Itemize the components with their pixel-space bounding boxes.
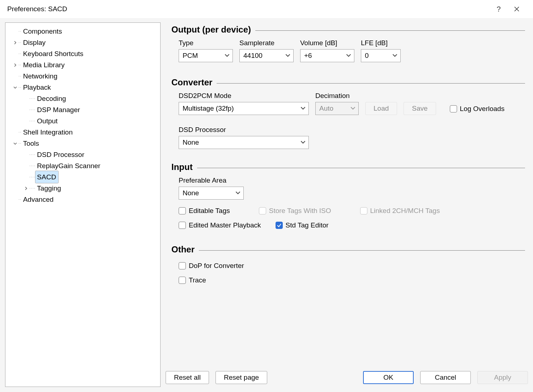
tree-item-label: DSP Manager (35, 104, 82, 116)
tree-item-dsp-manager[interactable]: ···· DSP Manager (8, 104, 160, 115)
label-type: Type (179, 39, 233, 47)
tree-item-label: Networking (22, 70, 60, 82)
tree-item-label: Advanced (22, 193, 56, 205)
tree-item-sacd[interactable]: ···· SACD (8, 171, 160, 183)
checkbox-edited-master-playback[interactable]: Edited Master Playback (179, 221, 261, 229)
combo-preferable-area[interactable]: None (179, 187, 244, 200)
tree-item-tagging[interactable]: ···· Tagging (8, 183, 160, 194)
chevron-down-icon (300, 105, 306, 112)
tree-item-keyboard-shortcuts[interactable]: ·· Keyboard Shortcuts (8, 48, 160, 59)
preferences-window: Preferences: SACD ? ·· Components·· Disp… (0, 0, 533, 392)
tree-item-replaygain-scanner[interactable]: ···· ReplayGain Scanner (8, 160, 160, 171)
chevron-down-icon (235, 189, 240, 197)
titlebar: Preferences: SACD ? (0, 0, 533, 18)
checkbox-std-tag-editor[interactable]: Std Tag Editor (276, 221, 329, 229)
combo-samplerate-value: 44100 (243, 52, 263, 60)
tree-item-output[interactable]: ···· Output (8, 115, 160, 127)
twisty-icon (12, 41, 18, 44)
apply-button[interactable]: Apply (477, 371, 528, 384)
tree-item-label: Tools (22, 137, 41, 149)
combo-type-value: PCM (183, 52, 198, 60)
checkbox-dop-for-converter[interactable]: DoP for Converter (179, 262, 525, 270)
combo-type[interactable]: PCM (179, 49, 233, 62)
checkbox-editable-tags[interactable]: Editable Tags (179, 207, 230, 215)
twisty-icon (12, 63, 18, 67)
ok-button[interactable]: OK (363, 371, 414, 384)
twisty-icon (12, 142, 18, 145)
section-header-converter: Converter (171, 77, 525, 88)
checkbox-trace[interactable]: Trace (179, 276, 525, 284)
tree-item-label: Shell Integration (22, 126, 75, 138)
tree-item-label: Media Library (22, 59, 67, 71)
chevron-down-icon (346, 52, 351, 60)
twisty-icon (12, 86, 18, 89)
tree-item-label: Components (22, 25, 64, 37)
tree-item-media-library[interactable]: ·· Media Library (8, 59, 160, 71)
tree-item-label: ReplayGain Scanner (35, 160, 102, 172)
combo-decimation[interactable]: Auto (315, 102, 359, 115)
combo-dsd2pcm-mode[interactable]: Multistage (32fp) (179, 102, 309, 115)
tree-item-label: Tagging (35, 182, 63, 194)
cancel-button[interactable]: Cancel (420, 371, 471, 384)
combo-lfe[interactable]: 0 (361, 49, 401, 62)
section-title-output: Output (per device) (171, 25, 251, 35)
combo-dsd-processor-value: None (183, 139, 199, 146)
combo-samplerate[interactable]: 44100 (239, 49, 294, 62)
section-title-converter: Converter (171, 77, 212, 88)
combo-decimation-value: Auto (319, 105, 333, 112)
combo-dsd-processor[interactable]: None (179, 136, 309, 149)
combo-volume-value: +6 (304, 52, 312, 60)
label-dsd2pcm-mode: DSD2PCM Mode (179, 92, 309, 100)
tree-item-display[interactable]: ·· Display (8, 37, 160, 48)
tree-item-label: Display (22, 37, 48, 48)
section-title-input: Input (171, 162, 193, 172)
combo-preferable-area-value: None (183, 189, 199, 197)
combo-volume[interactable]: +6 (300, 49, 354, 62)
label-dsd-processor: DSD Processor (179, 126, 309, 134)
chevron-down-icon (285, 52, 290, 60)
section-header-output: Output (per device) (171, 25, 525, 35)
reset-all-button[interactable]: Reset all (166, 371, 209, 384)
tree-item-label: SACD (35, 171, 58, 183)
checkbox-linked-2ch-mch[interactable]: Linked 2CH/MCH Tags (360, 207, 440, 215)
section-header-input: Input (171, 162, 525, 172)
tree-item-dsd-processor[interactable]: ···· DSD Processor (8, 149, 160, 160)
tree-item-decoding[interactable]: ···· Decoding (8, 93, 160, 104)
chevron-down-icon (300, 139, 306, 146)
tree-item-label: Keyboard Shortcuts (22, 48, 86, 60)
tree-item-advanced[interactable]: ·· Advanced (8, 194, 160, 205)
label-lfe: LFE [dB] (361, 39, 401, 47)
label-volume: Volume [dB] (300, 39, 354, 47)
combo-dsd2pcm-mode-value: Multistage (32fp) (183, 105, 234, 112)
window-title: Preferences: SACD (7, 5, 67, 13)
tree-item-playback[interactable]: ·· Playback (8, 82, 160, 93)
label-preferable-area: Preferable Area (179, 176, 244, 184)
tree-item-tools[interactable]: ·· Tools (8, 138, 160, 149)
chevron-down-icon (392, 52, 397, 60)
label-samplerate: Samplerate (239, 39, 294, 47)
checkbox-store-tags-iso[interactable]: Store Tags With ISO (259, 207, 331, 215)
section-title-other: Other (171, 244, 195, 255)
help-button[interactable]: ? (490, 2, 508, 16)
check-icon (277, 223, 282, 228)
tree-item-components[interactable]: ·· Components (8, 26, 160, 37)
twisty-icon (23, 187, 29, 190)
tree-item-label: Playback (22, 81, 53, 93)
tree-item-networking[interactable]: ·· Networking (8, 71, 160, 82)
tree-item-shell-integration[interactable]: ·· Shell Integration (8, 127, 160, 138)
tree-item-label: DSD Processor (35, 149, 86, 161)
close-icon (514, 6, 520, 12)
preferences-tree[interactable]: ·· Components·· Display·· Keyboard Short… (5, 22, 161, 387)
reset-page-button[interactable]: Reset page (216, 371, 267, 384)
tree-item-label: Decoding (35, 93, 68, 105)
combo-lfe-value: 0 (365, 52, 369, 60)
chevron-down-icon (350, 105, 355, 112)
tree-item-label: Output (35, 115, 60, 127)
preferences-panel-sacd: Output (per device) Type PCM Samplerate … (161, 22, 528, 387)
section-header-other: Other (171, 244, 525, 255)
checkbox-log-overloads[interactable]: Log Overloads (450, 105, 505, 113)
save-button[interactable]: Save (404, 102, 436, 115)
chevron-down-icon (225, 52, 230, 60)
close-button[interactable] (508, 2, 526, 16)
load-button[interactable]: Load (365, 102, 397, 115)
